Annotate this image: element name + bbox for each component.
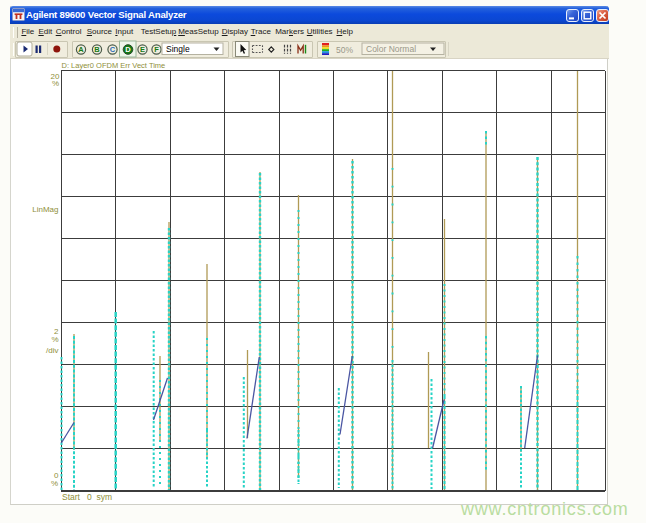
svg-text:%: % — [52, 79, 59, 88]
svg-text:/div: /div — [46, 346, 58, 355]
svg-text:sym: sym — [97, 492, 113, 502]
svg-text:%: % — [51, 479, 58, 488]
svg-text:LinMag: LinMag — [32, 205, 58, 214]
svg-text:D: Layer0 OFDM Err Vect Time: D: Layer0 OFDM Err Vect Time — [62, 61, 166, 70]
svg-text:Start: Start — [62, 492, 81, 502]
svg-text:%: % — [51, 335, 58, 344]
svg-text:0: 0 — [87, 492, 92, 502]
